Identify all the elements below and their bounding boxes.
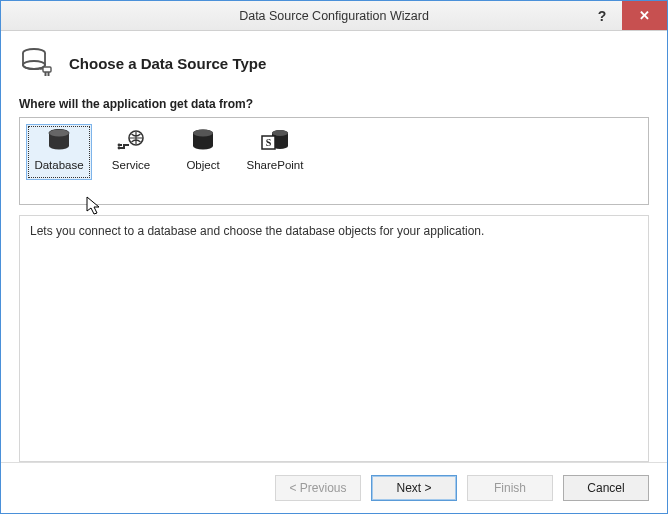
database-plug-icon: [19, 45, 55, 81]
svg-point-9: [118, 144, 121, 147]
option-label: Object: [186, 159, 219, 171]
help-button[interactable]: ?: [582, 1, 622, 30]
option-object[interactable]: Object: [170, 124, 236, 180]
option-label: SharePoint: [247, 159, 304, 171]
window-controls: ? ✕: [582, 1, 667, 30]
wizard-header: Choose a Data Source Type: [1, 31, 667, 97]
svg-point-11: [193, 130, 213, 137]
option-sharepoint[interactable]: S SharePoint: [242, 124, 308, 180]
description-text: Lets you connect to a database and choos…: [30, 224, 484, 238]
wizard-footer: < Previous Next > Finish Cancel: [1, 462, 667, 513]
option-service[interactable]: Service: [98, 124, 164, 180]
svg-point-6: [49, 130, 69, 137]
previous-button: < Previous: [275, 475, 361, 501]
cancel-button[interactable]: Cancel: [563, 475, 649, 501]
close-button[interactable]: ✕: [622, 1, 667, 30]
wizard-heading: Choose a Data Source Type: [69, 55, 266, 72]
wizard-content: Where will the application get data from…: [1, 97, 667, 462]
option-label: Service: [112, 159, 150, 171]
sharepoint-icon: S: [260, 127, 290, 155]
title-bar: Data Source Configuration Wizard ? ✕: [1, 1, 667, 31]
service-icon: [116, 127, 146, 155]
description-box: Lets you connect to a database and choos…: [19, 215, 649, 462]
svg-rect-4: [48, 72, 50, 76]
prompt-label: Where will the application get data from…: [19, 97, 649, 111]
svg-text:S: S: [266, 137, 272, 148]
option-label: Database: [34, 159, 83, 171]
window-title: Data Source Configuration Wizard: [1, 9, 667, 23]
svg-point-8: [118, 147, 121, 150]
finish-button: Finish: [467, 475, 553, 501]
wizard-window: Data Source Configuration Wizard ? ✕ Cho…: [0, 0, 668, 514]
source-type-list: Database Service: [19, 117, 649, 205]
option-database[interactable]: Database: [26, 124, 92, 180]
next-button[interactable]: Next >: [371, 475, 457, 501]
svg-rect-3: [45, 72, 47, 76]
object-icon: [188, 127, 218, 155]
svg-rect-2: [43, 67, 51, 72]
svg-point-13: [272, 130, 288, 136]
database-icon: [44, 127, 74, 155]
